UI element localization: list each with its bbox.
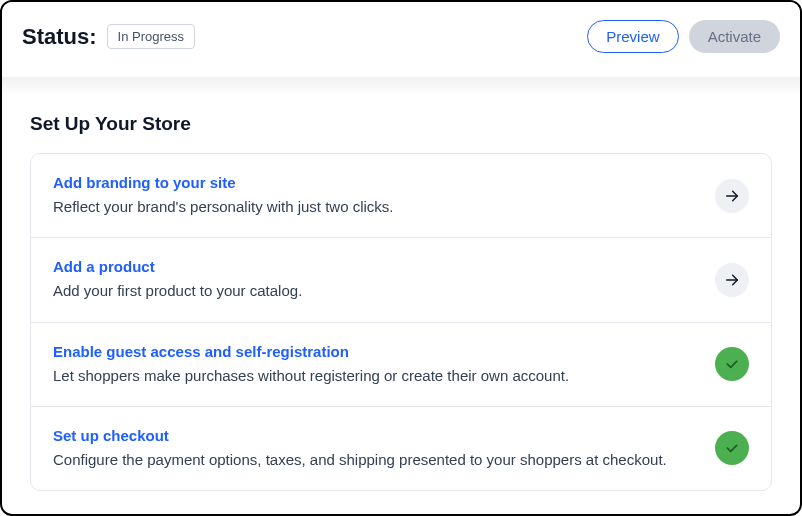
setup-row-guest-access[interactable]: Enable guest access and self-registratio… [31,323,771,407]
setup-card: Add branding to your site Reflect your b… [30,153,772,491]
row-desc: Reflect your brand's personality with ju… [53,197,394,217]
check-icon [715,347,749,381]
row-desc: Add your first product to your catalog. [53,281,302,301]
row-title-link[interactable]: Add branding to your site [53,174,394,191]
row-desc: Configure the payment options, taxes, an… [53,450,667,470]
check-icon [715,431,749,465]
row-title-link[interactable]: Set up checkout [53,427,667,444]
top-bar: Status: In Progress Preview Activate [2,2,800,77]
row-title-link[interactable]: Add a product [53,258,302,275]
app-frame: Status: In Progress Preview Activate Set… [0,0,802,516]
arrow-right-icon[interactable] [715,263,749,297]
row-desc: Let shoppers make purchases without regi… [53,366,569,386]
divider-shadow [2,77,800,95]
content: Set Up Your Store Add branding to your s… [2,95,800,491]
activate-button: Activate [689,20,780,53]
preview-button[interactable]: Preview [587,20,678,53]
setup-row-product[interactable]: Add a product Add your first product to … [31,238,771,322]
row-text: Set up checkout Configure the payment op… [53,427,667,470]
setup-row-checkout[interactable]: Set up checkout Configure the payment op… [31,407,771,490]
arrow-right-icon[interactable] [715,179,749,213]
status-wrap: Status: In Progress [22,24,195,50]
row-text: Enable guest access and self-registratio… [53,343,569,386]
row-title-link[interactable]: Enable guest access and self-registratio… [53,343,569,360]
setup-row-branding[interactable]: Add branding to your site Reflect your b… [31,154,771,238]
row-text: Add branding to your site Reflect your b… [53,174,394,217]
status-badge: In Progress [107,24,195,49]
row-text: Add a product Add your first product to … [53,258,302,301]
status-label: Status: [22,24,97,50]
section-title: Set Up Your Store [30,113,772,135]
top-actions: Preview Activate [587,20,780,53]
